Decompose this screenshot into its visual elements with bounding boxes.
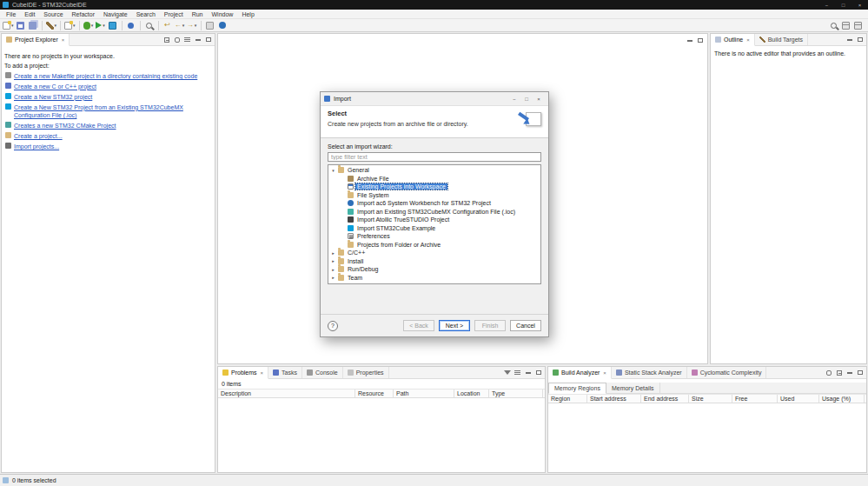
tree-node-run-debug[interactable]: ▸ Run/Debug [328,265,540,274]
annotations-button[interactable] [205,20,215,31]
chevron-right-icon[interactable]: ▸ [330,258,336,263]
save-button[interactable] [16,20,26,31]
wizard-cancel-button[interactable]: Cancel [510,320,541,331]
debug-button[interactable]: ▾ [83,20,94,31]
new-wizard-button[interactable]: ▾ [3,20,14,31]
panel-minimize-button[interactable] [523,368,533,377]
column-type[interactable]: Type [489,389,543,397]
view-menu-button[interactable] [182,35,192,44]
wizard-next-button[interactable]: Next > [439,320,470,331]
menu-run[interactable]: Run [188,11,208,17]
close-icon[interactable]: × [603,370,606,376]
panel-minimize-button[interactable] [845,368,854,377]
editor-maximize-button[interactable] [695,36,705,45]
collapse-all-button[interactable] [162,35,171,44]
panel-maximize-button[interactable] [855,368,865,377]
column-start-address[interactable]: Start address [587,395,641,403]
chevron-right-icon[interactable]: ▸ [330,250,336,256]
tab-console[interactable]: Console [302,367,343,378]
toggle-breakpoint-button[interactable] [126,20,136,31]
panel-maximize-button[interactable] [855,35,865,44]
menu-project[interactable]: Project [160,11,188,17]
cpp-perspective-button[interactable] [852,20,863,31]
open-perspective-button[interactable] [840,20,851,31]
window-maximize-button[interactable]: □ [835,0,851,10]
program-chip-button[interactable] [108,20,118,31]
tree-item-preferences[interactable]: Preferences [328,232,540,241]
dialog-minimize-button[interactable]: − [508,97,520,102]
tree-item-projects-from-folder[interactable]: Projects from Folder or Archive [328,241,540,250]
tree-item-import-stm32cube-example[interactable]: Import STM32Cube Example [328,224,540,233]
help-button[interactable]: ? [328,321,338,331]
tab-cyclomatic-complexity[interactable]: Cyclomatic Complexity [687,367,767,378]
tree-node-team[interactable]: ▸ Team [328,274,540,283]
create-stm32-ioc-project-link[interactable]: Create a New STM32 Project from an Exist… [14,103,212,120]
tab-tasks[interactable]: Tasks [268,367,302,378]
view-menu-button[interactable] [513,368,522,377]
column-usage[interactable]: Usage (%) [819,395,865,403]
filter-button[interactable] [502,368,512,377]
tree-item-import-ac6[interactable]: Import ac6 System Workbench for STM32 Pr… [328,199,540,208]
tab-build-targets[interactable]: Build Targets [755,34,808,45]
pin-button[interactable] [834,368,844,377]
chevron-right-icon[interactable]: ▸ [330,275,336,280]
column-resource[interactable]: Resource [355,389,394,397]
column-region[interactable]: Region [548,395,587,403]
tree-node-c-cpp[interactable]: ▸ C/C++ [328,249,540,257]
panel-maximize-button[interactable] [533,368,543,377]
create-cmake-project-link[interactable]: Creates a new STM32 CMake Project [14,122,116,130]
column-location[interactable]: Location [454,389,489,397]
run-button[interactable]: ▾ [96,20,106,31]
info-button[interactable] [217,20,228,31]
column-free[interactable]: Free [732,395,778,403]
tab-properties[interactable]: Properties [343,367,389,378]
panel-minimize-button[interactable] [193,35,202,44]
tree-node-install[interactable]: ▸ Install [328,257,540,266]
chevron-down-icon[interactable]: ▾ [330,168,336,173]
close-icon[interactable]: × [261,370,264,376]
menu-refactor[interactable]: Refactor [68,11,99,17]
tab-problems[interactable]: Problems × [218,367,268,379]
panel-minimize-button[interactable] [845,35,854,44]
subtab-memory-regions[interactable]: Memory Regions [548,383,606,394]
close-icon[interactable]: × [746,37,750,43]
close-icon[interactable]: × [62,37,65,43]
access-commands-button[interactable] [828,20,838,31]
refresh-button[interactable] [824,368,833,377]
create-stm32-project-link[interactable]: Create a New STM32 project [14,93,92,101]
save-all-button[interactable] [28,20,38,31]
menu-navigate[interactable]: Navigate [99,11,132,17]
create-makefile-project-link[interactable]: Create a new Makefile project in a direc… [14,72,197,80]
menu-edit[interactable]: Edit [20,11,39,17]
wizard-back-button[interactable]: < Back [403,320,434,331]
subtab-memory-details[interactable]: Memory Details [606,383,660,393]
tree-item-existing-projects[interactable]: Existing Projects into Workspace [328,183,540,191]
tree-item-archive-file[interactable]: Archive File [328,175,540,183]
column-path[interactable]: Path [394,389,454,397]
tree-item-import-atollic[interactable]: Import Atollic TrueSTUDIO Project [328,216,540,224]
column-end-address[interactable]: End address [641,395,689,403]
wizard-filter-input[interactable] [328,152,541,162]
nav-forward-button[interactable]: →▾ [187,20,197,31]
create-c-cpp-project-link[interactable]: Create a new C or C++ project [14,83,96,90]
chevron-right-icon[interactable]: ▸ [330,267,336,272]
column-description[interactable]: Description [218,389,355,397]
tab-project-explorer[interactable]: Project Explorer × [2,34,70,46]
editor-minimize-button[interactable] [685,36,694,45]
menu-search[interactable]: Search [132,11,160,17]
menu-help[interactable]: Help [237,11,258,17]
dialog-maximize-button[interactable]: □ [520,97,533,102]
new-c-cpp-button[interactable]: ▾ [64,20,76,31]
tab-outline[interactable]: Outline × [711,34,755,46]
last-edit-location-button[interactable]: ↩ [162,20,173,31]
panel-maximize-button[interactable] [203,35,213,44]
import-projects-link[interactable]: Import projects... [14,143,59,150]
menu-source[interactable]: Source [39,11,67,17]
menu-file[interactable]: File [2,11,20,17]
column-size[interactable]: Size [689,395,732,403]
create-project-link[interactable]: Create a project... [14,132,63,140]
tab-static-stack-analyzer[interactable]: Static Stack Analyzer [612,367,687,378]
menu-window[interactable]: Window [207,11,237,17]
window-minimize-button[interactable]: − [818,0,835,10]
tree-node-general[interactable]: ▾ General [328,166,540,175]
